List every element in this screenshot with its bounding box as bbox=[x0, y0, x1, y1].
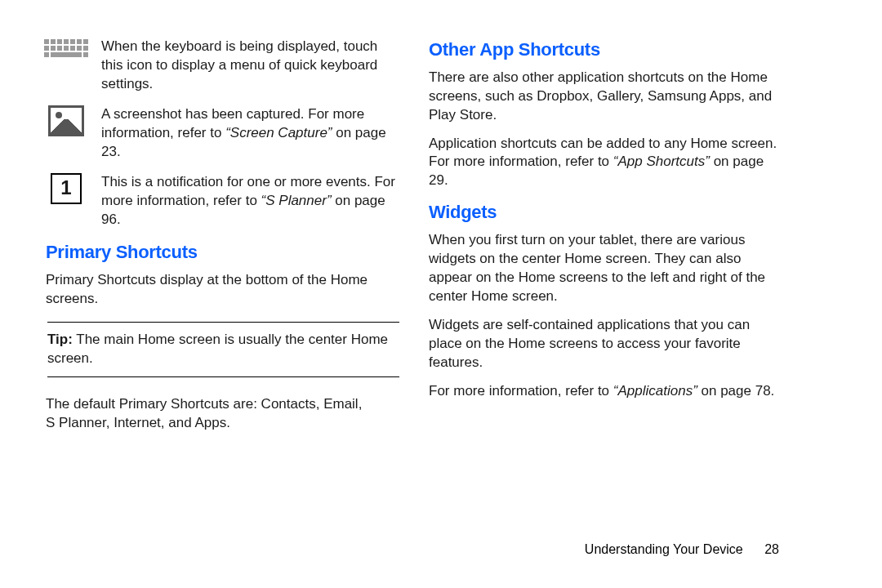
tip-body: The main Home screen is usually the cent… bbox=[47, 332, 388, 366]
app-shortcuts-ref: “App Shortcuts” bbox=[613, 154, 710, 169]
heading-widgets: Widgets bbox=[429, 200, 784, 225]
widgets-p3-b: on page 78. bbox=[697, 383, 775, 399]
screenshot-desc: A screenshot has been captured. For more… bbox=[101, 105, 401, 162]
keyboard-desc: When the keyboard is being displayed, to… bbox=[101, 38, 401, 94]
primary-p1: Primary Shortcuts display at the bottom … bbox=[46, 271, 401, 309]
footer-section: Understanding Your Device bbox=[585, 542, 743, 556]
heading-primary-shortcuts: Primary Shortcuts bbox=[46, 240, 401, 265]
page-footer: Understanding Your Device 28 bbox=[585, 542, 779, 557]
picture-icon bbox=[46, 105, 87, 162]
notification-desc: This is a notification for one or more e… bbox=[101, 173, 401, 229]
s-planner-ref: “S Planner” bbox=[261, 193, 332, 208]
right-column: Other App Shortcuts There are also other… bbox=[429, 38, 784, 588]
footer-page-number: 28 bbox=[764, 542, 779, 557]
keyboard-icon bbox=[46, 38, 87, 94]
screen-capture-ref: “Screen Capture” bbox=[225, 125, 332, 140]
widgets-p3-a: For more information, refer to bbox=[429, 383, 613, 399]
tip-box: Tip: The main Home screen is usually the… bbox=[47, 322, 399, 377]
other-p1: There are also other application shortcu… bbox=[429, 69, 784, 125]
left-column: When the keyboard is being displayed, to… bbox=[46, 38, 401, 588]
icon-row-keyboard: When the keyboard is being displayed, to… bbox=[46, 38, 401, 94]
other-p2: Application shortcuts can be added to an… bbox=[429, 135, 784, 191]
tip-label: Tip: bbox=[47, 332, 73, 347]
primary-p2: The default Primary Shortcuts are: Conta… bbox=[46, 395, 401, 433]
widgets-p2: Widgets are self-contained applications … bbox=[429, 316, 784, 372]
manual-page: When the keyboard is being displayed, to… bbox=[0, 0, 817, 588]
icon-row-notification: 1 This is a notification for one or more… bbox=[46, 173, 401, 229]
notification-icon: 1 bbox=[46, 173, 87, 229]
widgets-p3: For more information, refer to “Applicat… bbox=[429, 382, 784, 401]
icon-row-screenshot: A screenshot has been captured. For more… bbox=[46, 105, 401, 162]
heading-other-app-shortcuts: Other App Shortcuts bbox=[429, 38, 784, 62]
applications-ref: “Applications” bbox=[613, 383, 697, 399]
widgets-p1: When you first turn on your tablet, ther… bbox=[429, 231, 784, 306]
